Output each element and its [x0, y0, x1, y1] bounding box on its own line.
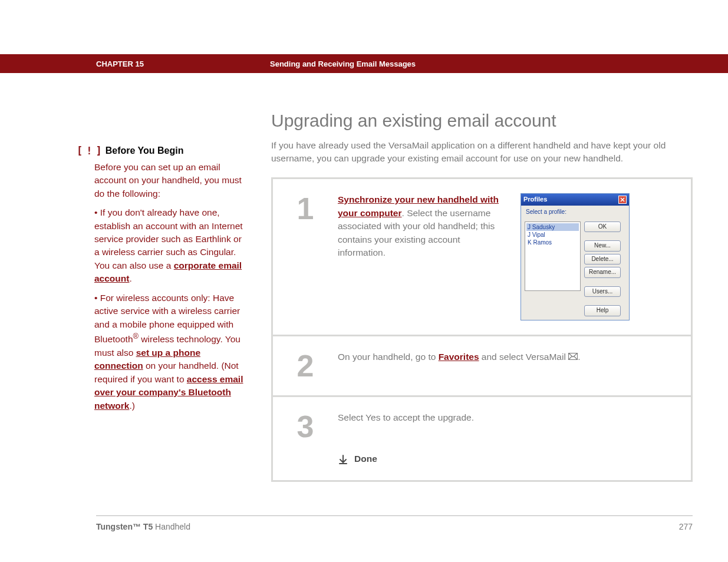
sidebar-bullet-1: • If you don't already have one, establi…: [94, 206, 248, 286]
content-area: [ ! ] Before You Begin Before you can se…: [77, 111, 693, 482]
ok-button[interactable]: OK: [584, 222, 621, 233]
done-arrow-icon: [338, 454, 348, 465]
rename-button[interactable]: Rename...: [584, 267, 621, 278]
profiles-listbox[interactable]: J Sadusky J Vipal K Ramos: [525, 222, 581, 291]
done-label: Done: [354, 452, 377, 465]
sidebar-intro: Before you can set up an email account o…: [94, 161, 248, 200]
profile-item[interactable]: K Ramos: [526, 239, 579, 246]
sidebar-body: Before you can set up an email account o…: [77, 161, 248, 413]
main-intro: If you have already used the VersaMail a…: [271, 139, 693, 164]
step-2-pre: On your handheld, go to: [338, 352, 439, 362]
done-row: Done: [338, 452, 677, 465]
main-column: Upgrading an existing email account If y…: [271, 111, 693, 482]
page-footer: Tungsten™ T5 Handheld 277: [96, 515, 693, 531]
byb-title: Before You Begin: [106, 144, 184, 158]
help-button[interactable]: Help: [584, 305, 621, 316]
users-button[interactable]: Users...: [584, 286, 621, 297]
byb-header: [ ! ] Before You Begin: [77, 144, 248, 158]
profile-item-selected[interactable]: J Sadusky: [526, 223, 579, 231]
product-rest: Handheld: [153, 522, 190, 531]
bullet2-post: .): [129, 401, 134, 411]
step-2-post: and select VersaMail: [479, 352, 569, 362]
delete-button[interactable]: Delete...: [584, 254, 621, 265]
step-3-body: Select Yes to accept the upgrade. Done: [338, 411, 677, 466]
reg-mark: ®: [133, 332, 139, 340]
step-1-number: 1: [273, 193, 338, 320]
page-heading: Upgrading an existing email account: [271, 111, 693, 131]
product-bold: Tungsten™ T5: [96, 522, 153, 531]
exclaim-icon: !: [86, 144, 92, 158]
before-you-begin-sidebar: [ ! ] Before You Begin Before you can se…: [77, 111, 248, 482]
step-2-number: 2: [273, 351, 338, 381]
chapter-header: CHAPTER 15 Sending and Receiving Email M…: [0, 54, 728, 73]
chapter-label: CHAPTER 15: [96, 59, 270, 68]
step-1: 1 Synchronize your new handheld with you…: [273, 179, 691, 334]
step-2-period: .: [578, 352, 580, 362]
step-1-text: Synchronize your new handheld with your …: [338, 193, 503, 320]
favorites-link[interactable]: Favorites: [439, 352, 479, 362]
page-number: 277: [679, 522, 693, 531]
steps-container: 1 Synchronize your new handheld with you…: [271, 177, 693, 481]
profile-item[interactable]: J Vipal: [526, 231, 579, 239]
select-profile-label: Select a profile:: [525, 208, 625, 218]
close-icon[interactable]: [618, 196, 627, 204]
profiles-titlebar: Profiles: [521, 194, 629, 206]
step-3-number: 3: [273, 411, 338, 466]
bullet1-post: .: [129, 273, 131, 283]
step-2-body: On your handheld, go to Favorites and se…: [338, 351, 677, 381]
step-3-text: Select Yes to accept the upgrade.: [338, 411, 677, 424]
profiles-select-label-row: Select a profile:: [521, 206, 629, 218]
product-name: Tungsten™ T5 Handheld: [96, 522, 190, 531]
profiles-dialog: Profiles Select a profile: J Sadusky J V: [521, 193, 630, 320]
step-2-text: On your handheld, go to Favorites and se…: [338, 351, 677, 381]
profiles-title: Profiles: [523, 195, 547, 204]
profiles-button-column: OK New... Delete... Rename... Users... H…: [584, 222, 621, 316]
bracket-open: [: [77, 144, 83, 158]
step-1-body: Synchronize your new handheld with your …: [338, 193, 677, 320]
profiles-body: J Sadusky J Vipal K Ramos OK New... Dele…: [521, 218, 629, 320]
step-3: 3 Select Yes to accept the upgrade. Done: [273, 397, 691, 480]
bracket-close: ]: [96, 144, 102, 158]
sidebar-bullet-2: • For wireless accounts only: Have activ…: [94, 292, 248, 412]
step-2: 2 On your handheld, go to Favorites and …: [273, 336, 691, 395]
mail-icon: [568, 351, 578, 363]
chapter-title: Sending and Receiving Email Messages: [270, 59, 416, 68]
new-button[interactable]: New...: [584, 240, 621, 252]
